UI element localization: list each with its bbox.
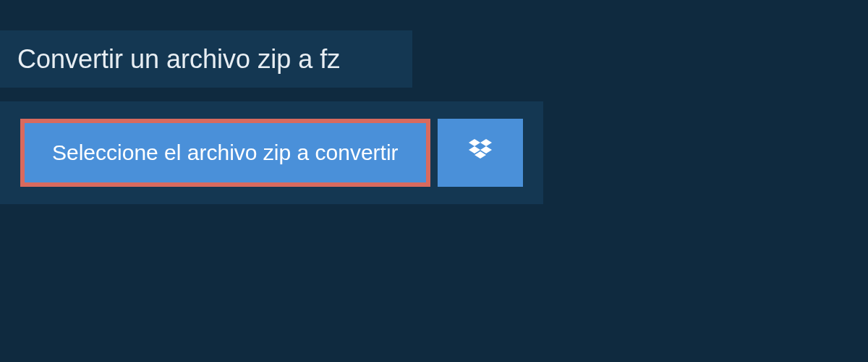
dropbox-button[interactable] (438, 119, 523, 187)
dropbox-icon (466, 138, 495, 168)
upload-panel: Seleccione el archivo zip a convertir (0, 101, 543, 204)
title-bar: Convertir un archivo zip a fz (0, 30, 412, 88)
page-title: Convertir un archivo zip a fz (17, 43, 389, 75)
select-file-label: Seleccione el archivo zip a convertir (52, 140, 399, 165)
select-file-button[interactable]: Seleccione el archivo zip a convertir (20, 119, 430, 187)
